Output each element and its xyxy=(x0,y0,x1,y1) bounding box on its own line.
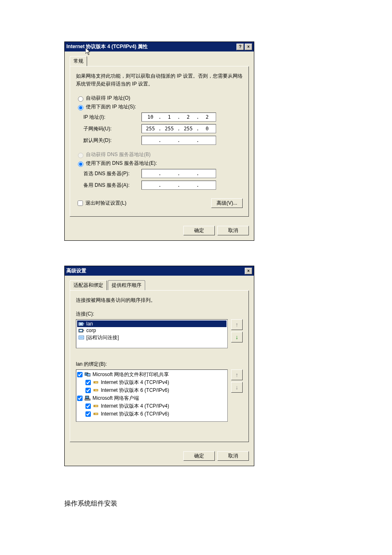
tab-strip: 适配器和绑定 提供程序顺序 xyxy=(70,280,249,291)
protocol-icon xyxy=(93,411,99,416)
radio-auto-ip[interactable] xyxy=(78,96,83,102)
binding-move-down-button[interactable]: ↓ xyxy=(231,382,243,393)
footer-heading: 操作系统组件安装 xyxy=(64,491,392,508)
connection-item[interactable]: [远程访问连接] xyxy=(77,334,226,342)
protocol-icon xyxy=(93,403,99,408)
svg-point-17 xyxy=(94,406,95,406)
connections-label: 连接(C): xyxy=(76,311,243,318)
dns2-input[interactable]: . . . xyxy=(141,181,216,190)
radio-auto-dns-row: 自动获得 DNS 服务器地址(B) xyxy=(76,150,243,159)
radio-manual-ip[interactable] xyxy=(78,105,83,110)
arrow-up-icon: ↑ xyxy=(236,372,239,378)
tab-strip: 常规 xyxy=(70,56,249,66)
binding-text: Internet 协议版本 6 (TCP/IPv6) xyxy=(101,387,169,394)
svg-point-19 xyxy=(94,413,95,414)
bindings-treebox[interactable]: Microsoft 网络的文件和打印机共享Internet 协议版本 4 (TC… xyxy=(76,369,228,422)
binding-checkbox[interactable] xyxy=(85,388,91,393)
subnet-mask-label: 子网掩码(U): xyxy=(83,125,141,132)
binding-checkbox[interactable] xyxy=(77,372,83,377)
dialog-title: Internet 协议版本 4 (TCP/IPv4) 属性 xyxy=(66,43,236,50)
radio-auto-ip-label: 自动获得 IP 地址(O) xyxy=(86,95,130,102)
tab-panel-adapter: 连接按被网络服务访问的顺序排列。 连接(C): lancorp[远程访问连接] … xyxy=(70,290,249,442)
file-share-icon xyxy=(84,372,91,377)
radio-manual-dns-row[interactable]: 使用下面的 DNS 服务器地址(E): xyxy=(76,159,243,168)
titlebar: Internet 协议版本 4 (TCP/IPv4) 属性 ? × xyxy=(65,42,254,51)
svg-point-11 xyxy=(94,382,95,383)
tab-adapter-bindings[interactable]: 适配器和绑定 xyxy=(70,280,107,290)
gateway-label: 默认网关(D): xyxy=(83,137,141,144)
client-icon xyxy=(84,396,91,401)
svg-rect-15 xyxy=(85,399,90,400)
binding-checkbox[interactable] xyxy=(77,396,83,401)
validate-checkbox-label: 退出时验证设置(L) xyxy=(85,200,127,207)
dialog-title: 高级设置 xyxy=(66,267,244,274)
cancel-button[interactable]: 取消 xyxy=(217,226,249,235)
radio-auto-dns xyxy=(78,153,83,158)
description-text: 连接按被网络服务访问的顺序排列。 xyxy=(76,296,243,304)
validate-checkbox[interactable] xyxy=(78,200,83,206)
advanced-settings-dialog: 高级设置 × 适配器和绑定 提供程序顺序 连接按被网络服务访问的顺序排列。 连接… xyxy=(64,266,254,466)
network-adapter-icon xyxy=(78,328,85,333)
connection-item[interactable]: lan xyxy=(77,320,226,327)
tab-provider-order[interactable]: 提供程序顺序 xyxy=(108,280,145,290)
svg-rect-14 xyxy=(85,396,89,399)
binding-item[interactable]: Microsoft 网络客户端 xyxy=(77,394,226,402)
advanced-button[interactable]: 高级(V)... xyxy=(211,198,243,208)
binding-text: Microsoft 网络客户端 xyxy=(93,395,139,402)
binding-item[interactable]: Microsoft 网络的文件和打印机共享 xyxy=(77,371,226,379)
svg-point-13 xyxy=(94,390,95,391)
protocol-icon xyxy=(93,388,99,393)
radio-manual-ip-row[interactable]: 使用下面的 IP 地址(S): xyxy=(76,103,243,111)
arrow-down-icon: ↓ xyxy=(236,334,239,340)
arrow-up-icon: ↑ xyxy=(236,321,239,328)
arrow-down-icon: ↓ xyxy=(236,384,239,391)
binding-item[interactable]: Internet 协议版本 4 (TCP/IPv4) xyxy=(77,379,226,386)
radio-manual-ip-label: 使用下面的 IP 地址(S): xyxy=(86,103,136,110)
radio-manual-dns[interactable] xyxy=(78,161,83,167)
binding-checkbox[interactable] xyxy=(85,380,91,385)
binding-text: Microsoft 网络的文件和打印机共享 xyxy=(93,371,169,378)
description-text: 如果网络支持此功能，则可以获取自动指派的 IP 设置。否则，您需要从网络系统管理… xyxy=(76,72,243,88)
dns2-label: 备用 DNS 服务器(A): xyxy=(83,182,141,189)
ok-button[interactable]: 确定 xyxy=(183,451,215,461)
radio-auto-dns-label: 自动获得 DNS 服务器地址(B) xyxy=(86,151,151,158)
move-down-button[interactable]: ↓ xyxy=(231,332,243,342)
close-button[interactable]: × xyxy=(245,44,252,50)
protocol-icon xyxy=(93,380,99,385)
binding-item[interactable]: Internet 协议版本 4 (TCP/IPv4) xyxy=(77,402,226,410)
move-up-button[interactable]: ↑ xyxy=(231,319,243,330)
connection-name: lan xyxy=(86,321,93,327)
network-adapter-icon xyxy=(78,321,85,327)
binding-text: Internet 协议版本 6 (TCP/IPv6) xyxy=(101,411,169,418)
bindings-label: lan 的绑定(B): xyxy=(76,361,243,368)
help-button[interactable]: ? xyxy=(236,44,244,50)
subnet-mask-input[interactable]: 255. 255. 255. 0 xyxy=(141,124,216,133)
dns1-input[interactable]: . . . xyxy=(141,169,216,178)
ip-address-input[interactable]: 10. 1. 2. 2 xyxy=(141,112,216,122)
binding-move-up-button[interactable]: ↑ xyxy=(231,369,243,380)
radio-auto-ip-row[interactable]: 自动获得 IP 地址(O) xyxy=(76,94,243,103)
tcpip-properties-dialog: Internet 协议版本 4 (TCP/IPv4) 属性 ? × 常规 如果网… xyxy=(64,42,254,241)
connection-name: [远程访问连接] xyxy=(86,334,119,341)
binding-text: Internet 协议版本 4 (TCP/IPv4) xyxy=(101,403,169,410)
binding-text: Internet 协议版本 4 (TCP/IPv4) xyxy=(101,379,169,386)
connections-listbox[interactable]: lancorp[远程访问连接] xyxy=(76,319,228,348)
connection-item[interactable]: corp xyxy=(77,327,226,334)
binding-item[interactable]: Internet 协议版本 6 (TCP/IPv6) xyxy=(77,410,226,418)
gateway-input[interactable]: . . . xyxy=(141,136,216,145)
ok-button[interactable]: 确定 xyxy=(183,226,215,235)
cancel-button[interactable]: 取消 xyxy=(217,451,249,461)
binding-checkbox[interactable] xyxy=(85,403,91,409)
validate-checkbox-row[interactable]: 退出时验证设置(L) xyxy=(76,198,127,209)
remote-access-icon xyxy=(78,335,85,340)
svg-rect-7 xyxy=(80,337,83,338)
connection-name: corp xyxy=(86,328,96,333)
svg-rect-9 xyxy=(87,374,90,376)
close-button[interactable]: × xyxy=(245,268,252,274)
tab-general[interactable]: 常规 xyxy=(70,56,87,66)
svg-rect-4 xyxy=(80,330,82,331)
binding-item[interactable]: Internet 协议版本 6 (TCP/IPv6) xyxy=(77,386,226,394)
binding-checkbox[interactable] xyxy=(85,411,91,417)
ip-address-label: IP 地址(I): xyxy=(83,114,141,121)
svg-rect-1 xyxy=(80,323,82,325)
